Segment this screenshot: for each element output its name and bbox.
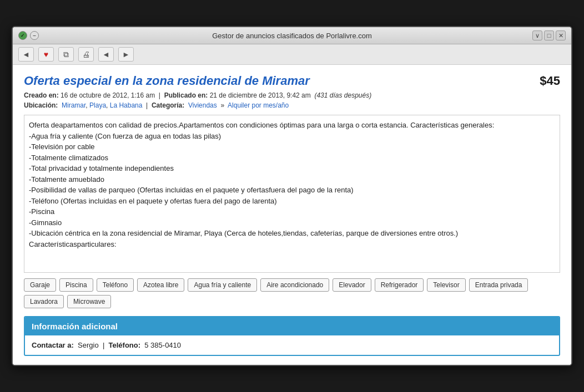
- tags-row: GarajePiscinaTeléfonoAzotea libreAgua fr…: [24, 278, 560, 308]
- check-button[interactable]: ✓: [18, 31, 27, 40]
- published-label: Publicado en:: [164, 91, 208, 99]
- tag-item: Lavadora: [24, 295, 64, 308]
- ad-title-row: Oferta especial en la zona residencial d…: [24, 74, 560, 88]
- category-viviendas[interactable]: Viviendas: [188, 101, 217, 109]
- created-value: 16 de octubre de 2012, 1:16 am: [61, 91, 155, 99]
- published-note: (431 días después): [314, 91, 371, 99]
- location-label: Ubicación:: [24, 101, 58, 109]
- phone-value: 5 385-0410: [144, 341, 181, 349]
- print-button[interactable]: 🖨: [78, 47, 94, 62]
- created-label: Creado en:: [24, 91, 59, 99]
- tag-item: Piscina: [59, 278, 93, 292]
- contact-value: Sergio: [78, 341, 99, 349]
- window-restore-button[interactable]: □: [544, 30, 554, 40]
- location-miramar[interactable]: Miramar: [62, 101, 85, 109]
- window-title: Gestor de anuncios clasificados de Porla…: [212, 32, 372, 40]
- title-bar-buttons: ✓ –: [18, 31, 39, 40]
- prev-button[interactable]: ◄: [98, 47, 114, 62]
- location-playa[interactable]: Playa: [89, 101, 106, 109]
- content-area: Oferta especial en la zona residencial d…: [13, 65, 571, 365]
- next-button[interactable]: ►: [118, 47, 134, 62]
- title-bar: ✓ – Gestor de anuncios clasificados de P…: [13, 27, 571, 44]
- tag-item: Microwave: [67, 295, 111, 308]
- tag-item: Garaje: [24, 278, 56, 292]
- title-bar-right-buttons: ∨ □ ✕: [532, 30, 566, 40]
- location-habana[interactable]: La Habana: [110, 101, 143, 109]
- info-body: Contactar a: Sergio | Teléfono: 5 385-04…: [25, 335, 559, 355]
- phone-label: Teléfono:: [109, 341, 141, 349]
- back-button[interactable]: ◄: [18, 47, 34, 62]
- favorite-button[interactable]: ♥: [38, 47, 54, 62]
- tag-item: Azotea libre: [137, 278, 184, 292]
- meta-line: Creado en: 16 de octubre de 2012, 1:16 a…: [24, 91, 560, 99]
- category-label: Categoría:: [152, 101, 184, 109]
- category-alquiler[interactable]: Alquiler por mes/año: [228, 101, 289, 109]
- info-section: Información adicional Contactar a: Sergi…: [24, 316, 560, 356]
- window-close-button[interactable]: ✕: [556, 30, 566, 40]
- ad-title: Oferta especial en la zona residencial d…: [24, 74, 310, 88]
- published-value: 21 de diciembre de 2013, 9:42 am: [210, 91, 311, 99]
- close-min-button[interactable]: –: [30, 31, 39, 40]
- window-minimize-button[interactable]: ∨: [532, 30, 542, 40]
- tag-item: Agua fría y caliente: [188, 278, 257, 292]
- tag-item: Teléfono: [97, 278, 134, 292]
- contact-label: Contactar a:: [32, 341, 74, 349]
- ad-price: $45: [540, 74, 560, 88]
- tag-item: Entrada privada: [469, 278, 528, 292]
- tag-item: Televisor: [427, 278, 465, 292]
- tag-item: Elevador: [333, 278, 371, 292]
- info-header: Información adicional: [25, 317, 559, 335]
- copy-button[interactable]: ⧉: [58, 47, 74, 62]
- main-window: ✓ – Gestor de anuncios clasificados de P…: [12, 26, 572, 366]
- tag-item: Aire acondicionado: [260, 278, 329, 292]
- location-line: Ubicación: Miramar, Playa, La Habana | C…: [24, 101, 560, 109]
- description-box[interactable]: Oferta deapartamentos con calidad de pre…: [24, 115, 560, 273]
- tag-item: Refrigerador: [375, 278, 424, 292]
- toolbar: ◄ ♥ ⧉ 🖨 ◄ ►: [13, 44, 571, 65]
